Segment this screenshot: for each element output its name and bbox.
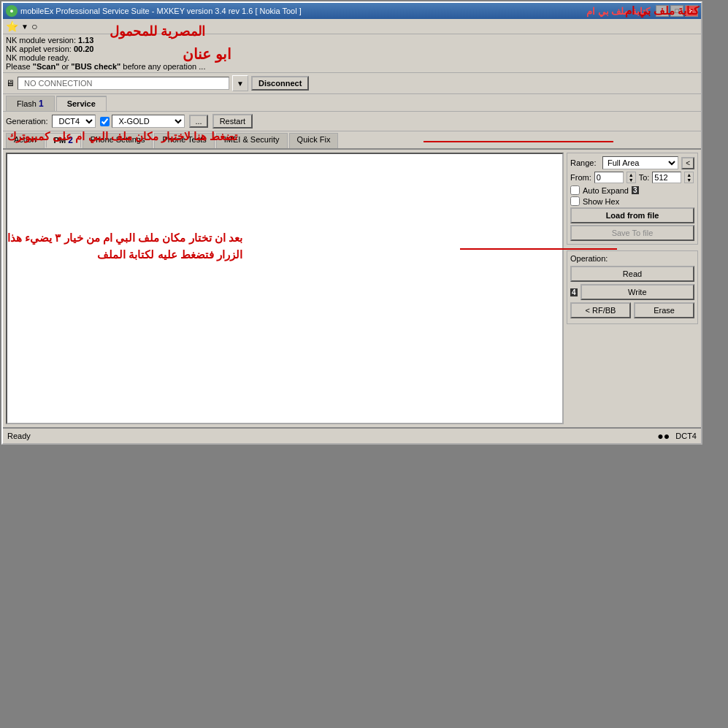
auto-expand-label: Auto Expand bbox=[583, 186, 629, 195]
status-generation: DCT4 bbox=[675, 432, 697, 440]
generation-label: Generation: bbox=[6, 117, 47, 126]
step4-badge: 4 bbox=[570, 288, 578, 296]
from-spinner[interactable]: ▲ ▼ bbox=[627, 172, 636, 183]
disconnect-button[interactable]: Disconnect bbox=[251, 76, 309, 91]
xgold-checkbox[interactable] bbox=[100, 117, 110, 126]
xgold-checkbox-group: X-GOLD bbox=[100, 115, 185, 128]
generation-select[interactable]: DCT4 bbox=[52, 115, 96, 128]
auto-expand-checkbox[interactable] bbox=[570, 185, 580, 195]
instruction-2: بعد ان تختار مكان ملف البي ام من خيار ٣ … bbox=[7, 230, 242, 263]
right-panel: Range: Full Area < From: ▲ ▼ To: bbox=[567, 153, 698, 424]
content-area: Range: Full Area < From: ▲ ▼ To: bbox=[3, 150, 701, 427]
title-bar: ● mobileEx Professional Service Suite - … bbox=[3, 3, 701, 19]
nk-module-ready: NK module ready. bbox=[6, 53, 698, 62]
erase-button[interactable]: Erase bbox=[634, 302, 694, 318]
from-input[interactable] bbox=[594, 172, 624, 183]
generation-row: Generation: DCT4 X-GOLD ... Restart bbox=[3, 112, 701, 131]
operation-section: Operation: Read 4 Write < RF/BB Erase bbox=[567, 250, 698, 324]
arrow-line-1 bbox=[424, 141, 613, 142]
show-hex-label: Show Hex bbox=[583, 197, 619, 206]
version-info-section: NK module version: 1.13 NK applet versio… bbox=[3, 34, 701, 73]
arrow-down-icon[interactable]: ▼ bbox=[21, 23, 28, 31]
tab-service[interactable]: Service bbox=[56, 96, 107, 111]
window-title: mobileEx Professional Service Suite - MX… bbox=[20, 7, 302, 15]
tab-flash[interactable]: Flash 1 bbox=[6, 96, 55, 111]
xgold-select[interactable]: X-GOLD bbox=[112, 115, 185, 128]
scan-message: Please "Scan" or "BUS check" before any … bbox=[6, 62, 698, 71]
connection-arrow-button[interactable]: ▼ bbox=[232, 75, 248, 91]
range-arrow-button[interactable]: < bbox=[681, 157, 694, 169]
instruction-1: تضغط هنا لاختيار مكان ملف البي ام على كم… bbox=[7, 130, 237, 143]
range-section: Range: Full Area < From: ▲ ▼ To: bbox=[567, 153, 698, 245]
restart-button[interactable]: Restart bbox=[212, 114, 253, 129]
range-label: Range: bbox=[570, 158, 599, 167]
toolbar: ⭐ ▼ ○ bbox=[3, 19, 701, 34]
show-hex-checkbox[interactable] bbox=[570, 196, 580, 206]
monitor-icon: 🖥 bbox=[6, 78, 15, 88]
operation-label: Operation: bbox=[570, 254, 694, 263]
tab-quick-fix[interactable]: Quick Fix bbox=[289, 133, 339, 148]
range-select[interactable]: Full Area bbox=[602, 156, 678, 169]
status-ready: Ready bbox=[7, 432, 31, 440]
flash-tab-label: Flash bbox=[17, 99, 37, 108]
connection-bar: 🖥 NO CONNECTION ▼ Disconnect bbox=[3, 73, 701, 94]
write-button[interactable]: Write bbox=[581, 284, 694, 300]
status-bar: Ready ●● DCT4 bbox=[3, 427, 701, 443]
service-tab-label: Service bbox=[67, 99, 96, 108]
to-input[interactable] bbox=[652, 172, 681, 183]
from-label: From: bbox=[570, 173, 591, 182]
nk-applet-version: NK applet version: 00.20 bbox=[6, 45, 698, 53]
star-icon[interactable]: ⭐ bbox=[6, 20, 18, 32]
dots-button[interactable]: ... bbox=[189, 115, 207, 128]
read-button[interactable]: Read bbox=[570, 266, 694, 282]
connection-label: NO CONNECTION bbox=[18, 77, 229, 90]
circle-icon[interactable]: ○ bbox=[31, 20, 37, 32]
step3-badge: 3 bbox=[632, 186, 639, 194]
to-label: To: bbox=[639, 173, 650, 182]
to-spinner[interactable]: ▲ ▼ bbox=[684, 172, 694, 183]
arabic-annotation-title: كتابة ملف بي ام bbox=[625, 4, 699, 18]
pm-editor bbox=[6, 153, 564, 424]
arabic-label-1: المصرية للمحمول bbox=[110, 23, 205, 39]
save-to-file-button[interactable]: Save To file bbox=[570, 225, 694, 241]
arabic-label-2: ابو عنان bbox=[183, 45, 231, 63]
main-tabs: Flash 1 Service bbox=[3, 94, 701, 112]
status-dots: ●● bbox=[657, 430, 670, 442]
app-icon: ● bbox=[6, 5, 18, 17]
arrow-line-2 bbox=[460, 248, 617, 250]
load-from-file-button[interactable]: Load from file bbox=[570, 207, 694, 223]
rf-bb-button[interactable]: < RF/BB bbox=[570, 302, 631, 318]
